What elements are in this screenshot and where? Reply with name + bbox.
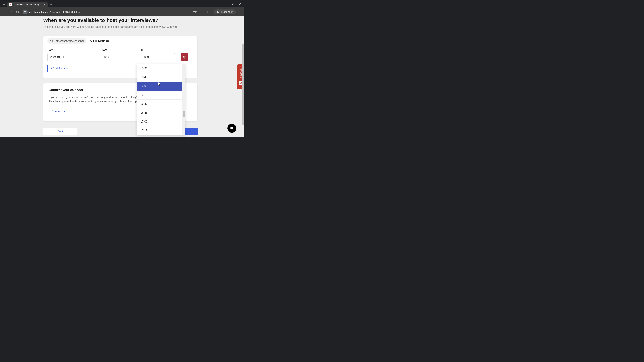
connect-calendar-button[interactable]: Connect [49, 108, 68, 115]
time-option[interactable]: 17:15 [137, 126, 185, 135]
chat-widget-button[interactable] [228, 124, 236, 133]
new-tab-button[interactable] [49, 2, 54, 7]
window-minimize-button[interactable] [221, 0, 229, 7]
address-bar[interactable]: insights.hotjar.com/engage/tests/16153/d… [29, 10, 191, 13]
nav-reload-button[interactable] [15, 9, 20, 15]
delete-slot-button[interactable] [180, 53, 188, 61]
svg-rect-18 [208, 11, 210, 13]
trash-icon [183, 56, 186, 59]
svg-point-20 [217, 12, 218, 13]
window-maximize-button[interactable] [229, 0, 236, 7]
page-subheading: The time slots you add here will control… [43, 25, 198, 28]
incognito-indicator[interactable]: Incognito (2) [214, 9, 236, 14]
chevron-down-icon [63, 110, 66, 113]
page-viewport: When are you available to host your inte… [0, 16, 244, 137]
browser-tab[interactable]: Scheduling - Hotjar Engage [8, 2, 48, 7]
dropdown-scroll-thumb[interactable] [183, 111, 185, 117]
svg-point-10 [24, 11, 25, 12]
to-time-input[interactable] [141, 53, 175, 61]
site-info-button[interactable] [23, 9, 28, 14]
browser-toolbar: insights.hotjar.com/engage/tests/16153/d… [0, 7, 244, 16]
from-label: From [101, 49, 135, 52]
to-label: To [141, 49, 175, 52]
page-scrollbar[interactable] [242, 16, 244, 137]
time-option[interactable]: 15:30 [137, 64, 185, 73]
timezone-pill: Your timezone: Asia/Shanghai [48, 38, 86, 43]
nav-forward-button[interactable] [8, 9, 14, 15]
browser-titlebar: Scheduling - Hotjar Engage [0, 0, 244, 7]
time-option[interactable]: 16:15 [137, 91, 185, 99]
settings-link[interactable]: Go to Settings [90, 39, 109, 42]
svg-point-23 [240, 11, 240, 11]
chat-icon [230, 126, 234, 130]
time-option[interactable]: 16:30 [137, 99, 185, 108]
window-close-button[interactable] [236, 0, 244, 7]
time-option[interactable]: 17:00 [137, 117, 185, 126]
svg-point-24 [240, 12, 240, 12]
page-heading: When are you available to host your inte… [43, 17, 198, 23]
svg-point-11 [26, 11, 26, 12]
back-button[interactable]: Back [43, 128, 78, 135]
side-panel-button[interactable] [206, 9, 212, 15]
date-label: Date [48, 49, 95, 52]
dropdown-scrollbar[interactable]: ▲ [182, 64, 185, 135]
downloads-button[interactable] [199, 9, 205, 15]
tab-search-button[interactable] [1, 2, 7, 7]
page-scroll-thumb[interactable] [242, 44, 244, 124]
svg-point-21 [218, 12, 218, 13]
tab-close-button[interactable] [43, 3, 46, 6]
time-option[interactable]: 16:45 [137, 108, 185, 117]
add-time-slot-button[interactable]: + Add time slot [48, 65, 72, 72]
scroll-up-arrow[interactable]: ▲ [183, 64, 185, 66]
svg-rect-12 [24, 12, 26, 12]
tab-title: Scheduling - Hotjar Engage [14, 3, 42, 6]
to-time-dropdown: 15:3015:4516:0016:1516:3016:4517:0017:15… [137, 64, 185, 135]
svg-point-25 [240, 12, 240, 13]
from-time-input[interactable] [101, 53, 135, 61]
time-option[interactable]: 16:00 [137, 82, 185, 91]
bookmark-button[interactable] [192, 9, 198, 15]
next-button-partial[interactable] [185, 128, 198, 135]
window-controls [221, 0, 244, 7]
svg-rect-14 [25, 12, 26, 12]
svg-point-28 [241, 83, 241, 83]
date-input[interactable] [48, 53, 95, 61]
browser-menu-button[interactable] [237, 9, 243, 15]
connect-button-label: Connect [52, 110, 62, 113]
nav-back-button[interactable] [1, 9, 7, 15]
svg-rect-5 [232, 3, 234, 4]
incognito-label: Incognito (2) [220, 10, 234, 13]
svg-marker-15 [194, 10, 196, 13]
tab-favicon [9, 3, 12, 6]
svg-rect-13 [25, 12, 25, 12]
time-option[interactable]: 15:45 [137, 73, 185, 82]
